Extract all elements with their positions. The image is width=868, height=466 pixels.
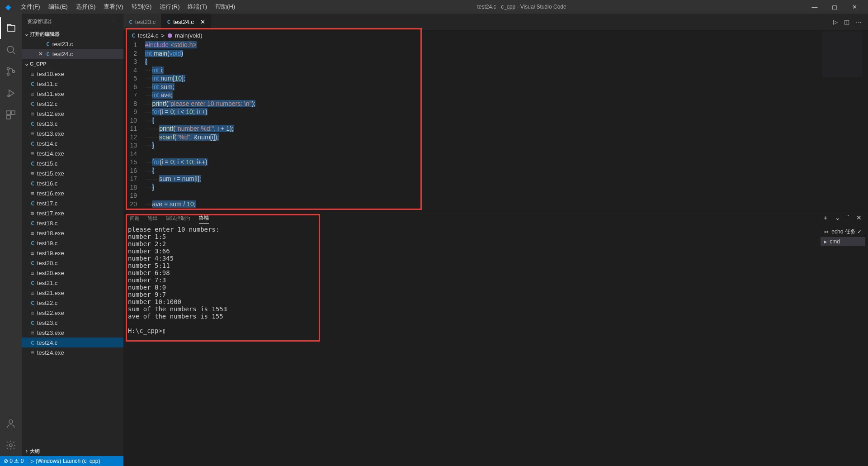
settings-gear-icon[interactable] — [0, 434, 22, 456]
menu-item[interactable]: 文件(F) — [17, 1, 44, 13]
panel-tab[interactable]: 问题 — [130, 213, 140, 223]
more-icon[interactable]: ⋯ — [113, 19, 118, 24]
file-tree-item[interactable]: ≡test19.exe — [22, 248, 123, 258]
outline-header[interactable]: › 大纲 — [22, 446, 123, 456]
file-tree-item[interactable]: Ctest16.c — [22, 178, 123, 188]
file-tree-item[interactable]: Ctest21.c — [22, 278, 123, 288]
file-tree-item[interactable]: ≡test20.exe — [22, 268, 123, 278]
source-control-icon[interactable] — [0, 61, 22, 82]
file-tree-item[interactable]: ≡test11.exe — [22, 89, 123, 99]
open-editor-item[interactable]: Ctest23.c — [22, 39, 123, 49]
breadcrumb[interactable]: C test24.c > ⬢ main(void) — [123, 30, 868, 41]
menu-item[interactable]: 运行(R) — [156, 1, 183, 13]
file-tree-item[interactable]: ≡test10.exe — [22, 69, 123, 79]
editor-tab[interactable]: Ctest23.c — [123, 14, 161, 30]
code-line[interactable]: 18····} — [123, 183, 868, 192]
file-tree-item[interactable]: ≡test23.exe — [22, 328, 123, 338]
menu-item[interactable]: 选择(S) — [72, 1, 99, 13]
file-tree-item[interactable]: Ctest20.c — [22, 258, 123, 268]
accounts-icon[interactable] — [0, 413, 22, 434]
code-line[interactable]: 6····int sum; — [123, 83, 868, 91]
run-debug-icon[interactable] — [0, 82, 22, 104]
code-line[interactable]: 20····ave = sum / 10; — [123, 200, 868, 209]
file-tree-item[interactable]: ≡test22.exe — [22, 308, 123, 318]
code-line[interactable]: 11········printf("number %d:", i + 1); — [123, 124, 868, 133]
menu-item[interactable]: 转到(G) — [128, 1, 156, 13]
menu-item[interactable]: 帮助(H) — [212, 1, 239, 13]
panel-tab[interactable]: 终端 — [199, 213, 209, 223]
open-editors-header[interactable]: ⌄ 打开的编辑器 — [22, 29, 123, 39]
code-line[interactable]: 16····{ — [123, 166, 868, 175]
file-tree-item[interactable]: Ctest24.c — [22, 338, 123, 347]
file-tree-item[interactable]: Ctest11.c — [22, 79, 123, 89]
close-tab-icon[interactable]: ✕ — [200, 19, 205, 25]
code-line[interactable]: 17········sum += num[i]; — [123, 175, 868, 183]
extensions-icon[interactable] — [0, 104, 22, 126]
terminal-shell[interactable]: ▸ cmd — [821, 237, 865, 246]
file-tree-item[interactable]: Ctest18.c — [22, 218, 123, 228]
code-line[interactable]: 3{ — [123, 57, 868, 66]
terminal-dropdown-icon[interactable]: ⌄ — [835, 212, 840, 224]
code-line[interactable]: 1#include <stdio.h> — [123, 41, 868, 49]
status-launch[interactable]: ▷ (Windows) Launch (c_cpp) — [30, 458, 100, 464]
code-line[interactable]: 10····{ — [123, 116, 868, 125]
title-bar: ◆ 文件(F)编辑(E)选择(S)查看(V)转到(G)运行(R)终端(T)帮助(… — [0, 0, 868, 14]
file-tree-item[interactable]: ≡test21.exe — [22, 288, 123, 298]
file-tree-item[interactable]: ≡test16.exe — [22, 188, 123, 198]
file-tree-item[interactable]: ≡test17.exe — [22, 208, 123, 218]
file-tree-item[interactable]: Ctest17.c — [22, 198, 123, 208]
code-line[interactable]: 5····int num[10]; — [123, 74, 868, 83]
file-tree-item[interactable]: Ctest15.c — [22, 158, 123, 168]
file-tree-item[interactable]: ≡test15.exe — [22, 168, 123, 178]
status-problems[interactable]: ⊘ 0 ⚠ 0 — [4, 458, 24, 464]
code-line[interactable]: 8····printf("please enter 10 numbers: \n… — [123, 100, 868, 108]
file-name: test16.c — [37, 180, 58, 187]
maximize-button[interactable]: ▢ — [829, 4, 840, 10]
code-text: ····int i; — [145, 66, 164, 75]
file-tree-item[interactable]: ≡test24.exe — [22, 347, 123, 357]
code-line[interactable]: 19 — [123, 191, 868, 200]
file-tree-item[interactable]: Ctest23.c — [22, 318, 123, 328]
code-line[interactable]: 4····int i; — [123, 66, 868, 75]
menu-item[interactable]: 编辑(E) — [45, 1, 71, 13]
menu-item[interactable]: 查看(V) — [100, 1, 127, 13]
folder-header[interactable]: ⌄ C_CPP — [22, 59, 123, 69]
code-editor[interactable]: 1#include <stdio.h>2int main(void)3{4···… — [123, 41, 868, 208]
search-icon[interactable] — [0, 39, 22, 61]
terminal-output[interactable]: please enter 10 numbers: number 1:5 numb… — [123, 225, 868, 335]
file-tree-item[interactable]: Ctest19.c — [22, 238, 123, 248]
new-terminal-icon[interactable]: ＋ — [822, 212, 829, 224]
open-editor-item[interactable]: ✕Ctest24.c — [22, 49, 123, 59]
code-line[interactable]: 7····int ave; — [123, 91, 868, 100]
run-icon[interactable]: ▷ — [833, 19, 838, 25]
file-tree-item[interactable]: ≡test13.exe — [22, 128, 123, 138]
more-icon[interactable]: ⋯ — [856, 19, 862, 25]
panel-tab[interactable]: 输出 — [148, 213, 158, 223]
code-line[interactable]: 14 — [123, 150, 868, 158]
code-line[interactable]: 2int main(void) — [123, 49, 868, 58]
file-tree-item[interactable]: ≡test14.exe — [22, 148, 123, 158]
code-line[interactable]: 13····} — [123, 141, 868, 150]
code-line[interactable]: 9····for(i = 0; i < 10; i++) — [123, 108, 868, 116]
c-file-icon: C — [31, 180, 34, 187]
close-icon[interactable]: ✕ — [38, 51, 43, 57]
minimize-button[interactable]: — — [809, 4, 820, 10]
code-line[interactable]: 15····for(i = 0; i < 10; i++) — [123, 158, 868, 166]
explorer-icon[interactable] — [0, 17, 22, 39]
close-button[interactable]: ✕ — [849, 4, 860, 10]
minimap[interactable] — [822, 32, 863, 77]
terminal-task[interactable]: ✂ echo 任务 ✓ — [821, 227, 865, 237]
editor-tab[interactable]: Ctest24.c✕ — [161, 14, 211, 30]
file-tree-item[interactable]: Ctest13.c — [22, 119, 123, 128]
split-editor-icon[interactable]: ◫ — [844, 19, 849, 25]
maximize-panel-icon[interactable]: ˄ — [847, 212, 850, 224]
close-panel-icon[interactable]: ✕ — [856, 212, 862, 224]
file-tree-item[interactable]: Ctest22.c — [22, 298, 123, 308]
menu-item[interactable]: 终端(T) — [184, 1, 211, 13]
panel-tab[interactable]: 调试控制台 — [166, 213, 191, 223]
file-tree-item[interactable]: Ctest14.c — [22, 138, 123, 148]
code-line[interactable]: 12········scanf("%d", &num[i]); — [123, 133, 868, 142]
file-tree-item[interactable]: ≡test18.exe — [22, 228, 123, 238]
file-tree-item[interactable]: ≡test12.exe — [22, 109, 123, 119]
file-tree-item[interactable]: Ctest12.c — [22, 99, 123, 109]
